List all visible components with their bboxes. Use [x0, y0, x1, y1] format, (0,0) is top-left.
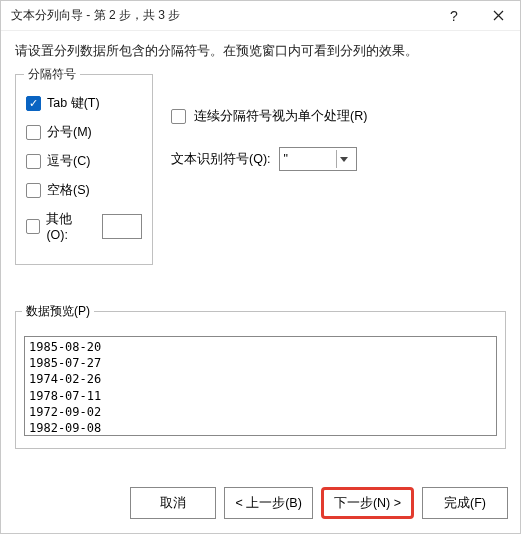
chevron-down-icon [336, 150, 352, 168]
delimiters-legend: 分隔符号 [24, 66, 80, 83]
options-row: 分隔符号 Tab 键(T) 分号(M) 逗号(C) 空格(S) [15, 74, 506, 265]
other-delimiter-input[interactable] [102, 214, 142, 239]
consecutive-checkbox[interactable] [171, 109, 186, 124]
preview-groupbox: 数据预览(P) 1985-08-20 1985-07-27 1974-02-26… [15, 311, 506, 449]
semicolon-checkbox[interactable] [26, 125, 41, 140]
space-checkbox[interactable] [26, 183, 41, 198]
consecutive-row[interactable]: 连续分隔符号视为单个处理(R) [171, 108, 506, 125]
right-options: 连续分隔符号视为单个处理(R) 文本识别符号(Q): " [171, 74, 506, 265]
text-qualifier-value: " [284, 152, 288, 166]
preview-line: 1972-09-02 [29, 404, 492, 420]
other-label: 其他(O): [46, 211, 92, 242]
other-delimiter-row[interactable]: 其他(O): [26, 211, 142, 242]
preview-line: 1985-07-27 [29, 355, 492, 371]
text-to-columns-wizard-dialog: 文本分列向导 - 第 2 步，共 3 步 ? 请设置分列数据所包含的分隔符号。在… [0, 0, 521, 534]
space-label: 空格(S) [47, 182, 90, 199]
dialog-body: 请设置分列数据所包含的分隔符号。在预览窗口内可看到分列的效果。 分隔符号 Tab… [1, 31, 520, 477]
next-button[interactable]: 下一步(N) > [321, 487, 414, 519]
dialog-title: 文本分列向导 - 第 2 步，共 3 步 [11, 7, 432, 24]
tab-delimiter-row[interactable]: Tab 键(T) [26, 95, 142, 112]
finish-button[interactable]: 完成(F) [422, 487, 508, 519]
consecutive-label: 连续分隔符号视为单个处理(R) [194, 108, 367, 125]
preview-box[interactable]: 1985-08-20 1985-07-27 1974-02-26 1978-07… [24, 336, 497, 436]
preview-line: 1985-08-20 [29, 339, 492, 355]
space-delimiter-row[interactable]: 空格(S) [26, 182, 142, 199]
instruction-text: 请设置分列数据所包含的分隔符号。在预览窗口内可看到分列的效果。 [15, 43, 506, 60]
close-icon [493, 10, 504, 21]
text-qualifier-row: 文本识别符号(Q): " [171, 147, 506, 171]
preview-line: 1982-09-08 [29, 420, 492, 436]
back-button[interactable]: < 上一步(B) [224, 487, 312, 519]
preview-section: 数据预览(P) 1985-08-20 1985-07-27 1974-02-26… [15, 305, 506, 449]
semicolon-label: 分号(M) [47, 124, 92, 141]
tab-label: Tab 键(T) [47, 95, 100, 112]
delimiters-fieldset: 分隔符号 Tab 键(T) 分号(M) 逗号(C) 空格(S) [15, 74, 153, 265]
tab-checkbox[interactable] [26, 96, 41, 111]
dialog-footer: 取消 < 上一步(B) 下一步(N) > 完成(F) [1, 477, 520, 533]
semicolon-delimiter-row[interactable]: 分号(M) [26, 124, 142, 141]
titlebar: 文本分列向导 - 第 2 步，共 3 步 ? [1, 1, 520, 31]
preview-line: 1978-07-11 [29, 388, 492, 404]
text-qualifier-select[interactable]: " [279, 147, 357, 171]
preview-legend: 数据预览(P) [22, 303, 94, 320]
cancel-button[interactable]: 取消 [130, 487, 216, 519]
other-checkbox[interactable] [26, 219, 40, 234]
text-qualifier-label: 文本识别符号(Q): [171, 151, 271, 168]
comma-delimiter-row[interactable]: 逗号(C) [26, 153, 142, 170]
comma-checkbox[interactable] [26, 154, 41, 169]
preview-line: 1974-02-26 [29, 371, 492, 387]
close-button[interactable] [476, 1, 520, 31]
help-button[interactable]: ? [432, 1, 476, 31]
comma-label: 逗号(C) [47, 153, 90, 170]
